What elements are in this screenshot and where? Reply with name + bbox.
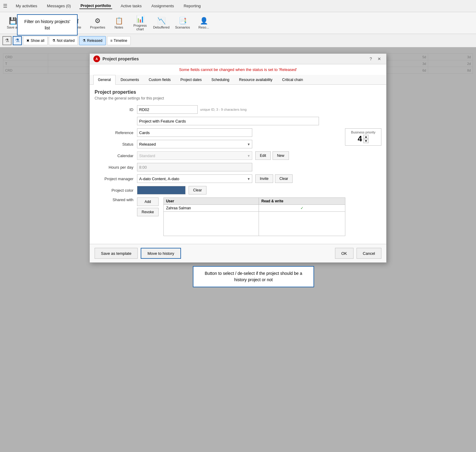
tab-custom-fields[interactable]: Custom fields — [144, 75, 175, 84]
footer-right-buttons: OK Cancel — [335, 248, 381, 259]
section-title: Project properties — [95, 89, 381, 95]
nav-assignments[interactable]: Assignments — [150, 3, 175, 9]
timeline-filter[interactable]: ≡ Timeline — [107, 36, 131, 45]
modal-close-button[interactable]: ✕ — [376, 56, 383, 62]
status-row: Status Released Not started In progress … — [95, 140, 340, 148]
hours-label: Hours per day — [95, 165, 137, 170]
invite-button[interactable]: Invite — [255, 174, 273, 183]
tab-resource-availability[interactable]: Resource availability — [235, 75, 277, 84]
scenarios-icon: 📑 — [179, 17, 187, 25]
id-input[interactable] — [137, 105, 198, 114]
id-row: ID unique ID, 3 - 9 characters long — [95, 105, 381, 114]
notes-button[interactable]: 📋 Notes — [109, 14, 129, 32]
pm-select[interactable]: A-dato Content, A-dato — [137, 174, 252, 183]
calendar-buttons: Edit New — [255, 151, 289, 160]
hours-input[interactable] — [137, 163, 252, 171]
save-as-template-button[interactable]: Save as template — [95, 248, 138, 259]
notes-icon: 📋 — [115, 17, 123, 25]
tab-documents[interactable]: Documents — [116, 75, 144, 84]
nav-active-tasks[interactable]: Active tasks — [119, 3, 143, 9]
footer-left-buttons: Save as template Move to history — [95, 248, 181, 259]
filter-history-icon: ⚗ — [15, 38, 19, 43]
shared-table-rw-header: Read & write — [259, 198, 345, 205]
shared-table-empty-row — [163, 212, 345, 236]
debuffered-button[interactable]: 📉 Debuffered — [152, 14, 171, 32]
reference-input[interactable] — [137, 128, 252, 137]
shared-table-user-header: User — [163, 198, 259, 205]
tab-project-dates[interactable]: Project dates — [176, 75, 206, 84]
nav-my-activities[interactable]: My activities — [15, 3, 39, 9]
shared-user-rw: ✓ — [259, 205, 345, 212]
not-started-filter[interactable]: ⚗ Not started — [49, 36, 78, 45]
filter-history-icon-box[interactable]: ⚗ — [13, 36, 22, 45]
modal-overlay: Filter on history projects' list A Proje… — [0, 47, 476, 452]
ok-button[interactable]: OK — [335, 248, 354, 259]
reference-row: Reference — [95, 128, 340, 137]
modal-brand-icon: A — [93, 56, 100, 62]
clear-color-button[interactable]: Clear — [189, 186, 206, 194]
scenarios-button[interactable]: 📑 Scenarios — [173, 14, 192, 32]
business-priority-box: Business priority 4 ▲ ▼ — [345, 128, 381, 146]
progress-chart-label: Progress chart — [130, 24, 150, 31]
bp-arrows: ▲ ▼ — [363, 135, 369, 143]
reference-label: Reference — [95, 130, 137, 135]
modal-help-button[interactable]: ? — [367, 56, 374, 62]
new-calendar-button[interactable]: New — [273, 151, 289, 160]
released-filter[interactable]: ⚗ Released — [79, 36, 106, 45]
color-swatch[interactable] — [137, 186, 186, 194]
modal-body: Project properties Change the general se… — [90, 85, 386, 244]
resource-button[interactable]: 👤 Reso... — [194, 14, 213, 32]
top-navigation: ☰ My activities Messages (0) Project por… — [0, 0, 476, 12]
move-to-history-button[interactable]: Move to history — [141, 248, 181, 259]
calendar-select[interactable]: Standard — [137, 151, 252, 160]
debuffered-icon: 📉 — [157, 17, 166, 25]
filter-bar: ⚗ ⚗ ✖ Show all ⚗ Not started ⚗ Released … — [0, 34, 476, 47]
nav-project-portfolio[interactable]: Project portfolio — [79, 3, 112, 9]
hamburger-menu[interactable]: ☰ — [3, 3, 7, 9]
tab-critical-chain[interactable]: Critical chain — [278, 75, 308, 84]
nav-reporting[interactable]: Reporting — [183, 3, 202, 9]
released-icon: ⚗ — [82, 39, 86, 43]
bp-down-button[interactable]: ▼ — [363, 139, 369, 143]
properties-button[interactable]: ⚙ Properties — [88, 14, 107, 32]
tab-scheduling[interactable]: Scheduling — [207, 75, 234, 84]
bp-up-button[interactable]: ▲ — [363, 135, 369, 139]
shared-table-row: Zahraa Salman ✓ — [163, 205, 345, 212]
shared-with-row: Shared with Add Revoke User Read & write — [95, 197, 381, 236]
bp-value-row: 4 ▲ ▼ — [358, 134, 369, 143]
filter-icon-box[interactable]: ⚗ — [2, 36, 12, 45]
edit-calendar-button[interactable]: Edit — [255, 151, 271, 160]
notes-label: Notes — [115, 25, 123, 29]
tab-general[interactable]: General — [93, 75, 116, 85]
scenarios-label: Scenarios — [175, 25, 190, 29]
tab-bar: General Documents Custom fields Project … — [90, 75, 386, 85]
name-row — [95, 117, 381, 125]
modal-footer: Save as template Move to history OK Canc… — [90, 244, 386, 262]
pm-label: Project manager — [95, 177, 137, 181]
progress-chart-icon: 📊 — [136, 15, 144, 23]
properties-label: Properties — [90, 25, 105, 29]
resource-label: Reso... — [199, 25, 209, 29]
status-select[interactable]: Released Not started In progress On hold… — [137, 140, 252, 148]
add-revoke-buttons: Add Revoke — [137, 197, 159, 236]
status-label: Status — [95, 142, 137, 147]
released-label: Released — [87, 39, 102, 43]
section-subtitle: Change the general settings for this pro… — [95, 96, 381, 100]
resource-icon: 👤 — [200, 17, 208, 25]
revoke-user-button[interactable]: Revoke — [137, 208, 159, 216]
clear-pm-button[interactable]: Clear — [275, 174, 293, 183]
show-all-icon: ✖ — [26, 39, 29, 43]
nav-messages[interactable]: Messages (0) — [46, 3, 72, 9]
show-all-filter[interactable]: ✖ Show all — [23, 36, 48, 45]
add-user-button[interactable]: Add — [137, 197, 159, 206]
calendar-label: Calendar — [95, 153, 137, 158]
warning-message: Some fields cannot be changed when the s… — [90, 64, 386, 75]
cancel-button[interactable]: Cancel — [357, 248, 381, 259]
debuffered-label: Debuffered — [153, 25, 169, 29]
timeline-label: Timeline — [114, 39, 127, 43]
progress-chart-button[interactable]: 📊 Progress chart — [130, 14, 150, 32]
shared-user-name: Zahraa Salman — [163, 205, 259, 212]
name-input[interactable] — [137, 117, 319, 125]
project-properties-modal: Filter on history projects' list A Proje… — [89, 53, 387, 263]
reference-bp-row: Reference Status Released Not started In… — [95, 128, 381, 148]
